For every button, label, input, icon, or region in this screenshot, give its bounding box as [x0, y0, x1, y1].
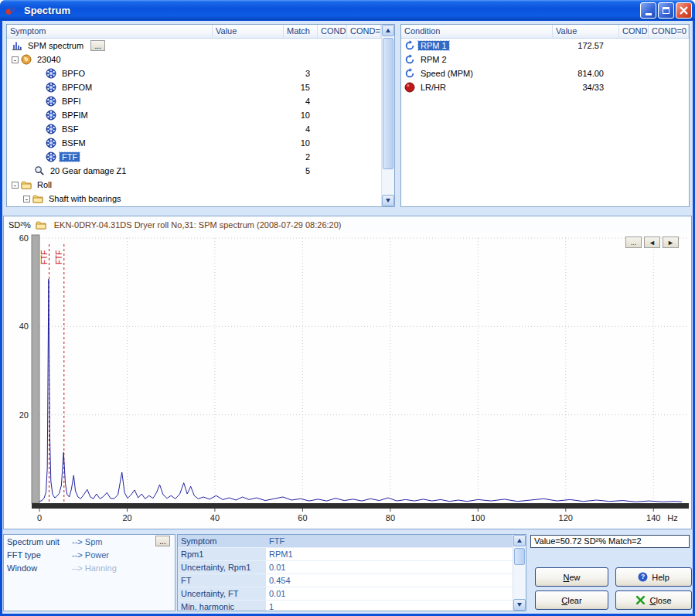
detail-value: FTF: [266, 535, 513, 547]
tree-item-label[interactable]: BPFOM: [60, 83, 94, 92]
column-header-cond[interactable]: COND: [619, 25, 649, 38]
tree-item-label[interactable]: BPFI: [60, 97, 83, 106]
condition-row[interactable]: Speed (MPM) 814.00: [401, 66, 689, 80]
x-tick-label: 40: [210, 513, 220, 522]
setting-label: FFT type: [4, 550, 72, 560]
setting-row[interactable]: FFT type --> Power: [4, 548, 175, 561]
detail-row[interactable]: Uncertainty, Rpm1 0.01: [178, 561, 513, 574]
scrollbar-track[interactable]: [513, 546, 526, 599]
chart-panel: SD²% EKN-0DRY-04.31DS Dryer roll No,31: …: [3, 216, 692, 529]
next-spectrum-button[interactable]: ►: [663, 237, 679, 248]
tree-row[interactable]: BPFOM 15: [7, 80, 381, 94]
condition-label-cell: LR/HR: [401, 82, 553, 93]
detail-scrollbar[interactable]: [513, 535, 526, 611]
spectrum-unit-options-button[interactable]: ...: [155, 536, 170, 546]
condition-item-label[interactable]: RPM 2: [418, 55, 449, 64]
column-header-cond-0[interactable]: COND=0: [347, 25, 381, 38]
column-header-symptom[interactable]: Symptom: [7, 25, 213, 38]
scroll-up-button[interactable]: [513, 535, 526, 546]
new-button[interactable]: New: [535, 567, 608, 587]
tree-label-cell: BPFIM: [7, 110, 213, 121]
tree-item-label[interactable]: SPM spectrum: [26, 41, 86, 50]
tree-item-label[interactable]: FTF: [60, 152, 80, 162]
folder-icon: [32, 193, 43, 204]
tree-item-label[interactable]: BSFM: [60, 138, 88, 148]
column-header-match[interactable]: Match: [284, 25, 318, 38]
tree-item-label[interactable]: Shaft with bearings: [46, 194, 124, 203]
tree-row[interactable]: -Roll: [7, 178, 381, 192]
tree-match-cell: 4: [284, 97, 318, 106]
column-header-value[interactable]: Value: [553, 25, 619, 38]
spectrum-chart-svg[interactable]: 020406080100120140Hz204060FTFFTF: [4, 233, 691, 529]
tree-expander[interactable]: -: [12, 56, 19, 63]
detail-row[interactable]: FT 0.454: [178, 574, 513, 587]
tree-row[interactable]: BSFM 10: [7, 136, 381, 150]
detail-row[interactable]: Min. harmonic 1: [178, 601, 513, 611]
tree-label-cell: BPFOM: [7, 82, 213, 93]
maximize-button[interactable]: [658, 2, 674, 19]
detail-row[interactable]: Symptom FTF: [178, 535, 513, 548]
tree-item-label[interactable]: BSF: [60, 124, 80, 134]
close-button[interactable]: Close: [615, 590, 692, 610]
condition-row[interactable]: LR/HR 34/33: [401, 80, 689, 94]
detail-value: 0.01: [266, 587, 513, 600]
chart-options-button[interactable]: ...: [625, 237, 642, 248]
close-window-button[interactable]: [676, 2, 692, 19]
tree-item-label[interactable]: BPFO: [60, 69, 87, 78]
setting-row[interactable]: Window --> Hanning: [4, 561, 175, 574]
tree-row[interactable]: BPFIM 10: [7, 108, 381, 122]
tree-row[interactable]: 20 Gear damage Z1 5: [7, 164, 381, 178]
setting-row[interactable]: Spectrum unit --> Spm ...: [4, 535, 175, 548]
condition-item-label[interactable]: Speed (MPM): [418, 69, 475, 78]
column-header-cond[interactable]: COND: [318, 25, 347, 38]
setting-label: Window: [4, 563, 72, 573]
tree-label-cell: BPFO: [7, 68, 213, 79]
symptom-scrollbar[interactable]: [381, 25, 394, 206]
condition-label-cell: Speed (MPM): [401, 68, 553, 79]
prev-spectrum-button[interactable]: ◄: [644, 237, 660, 248]
scroll-down-button[interactable]: [382, 195, 394, 206]
tree-row[interactable]: BSF 4: [7, 122, 381, 136]
condition-item-label[interactable]: LR/HR: [418, 83, 448, 92]
condition-value-cell: 814.00: [553, 69, 619, 78]
tree-expander[interactable]: -: [12, 182, 19, 189]
detail-row[interactable]: Uncertainty, FT 0.01: [178, 587, 513, 601]
column-header-condition[interactable]: Condition: [401, 25, 553, 38]
scroll-up-button[interactable]: [382, 25, 394, 36]
condition-row[interactable]: RPM 1 172.57: [401, 39, 689, 53]
column-header-cond-0[interactable]: COND=0: [649, 25, 689, 38]
plot-background: [4, 233, 691, 529]
help-button[interactable]: ?Help: [615, 567, 692, 587]
condition-row[interactable]: RPM 2: [401, 53, 689, 66]
tree-row[interactable]: BPFO 3: [7, 66, 381, 80]
title-bar[interactable]: Spectrum: [0, 0, 695, 20]
tree-item-label[interactable]: Roll: [35, 180, 54, 189]
tree-row[interactable]: -23040: [7, 53, 381, 66]
condition-panel: ConditionValueCONDCOND=0 RPM 1 172.57 RP…: [400, 24, 690, 207]
scrollbar-thumb[interactable]: [383, 38, 393, 169]
detail-value: 1: [266, 601, 513, 611]
minimize-button[interactable]: [640, 2, 656, 19]
tree-item-label[interactable]: 23040: [35, 55, 63, 64]
tree-item-label[interactable]: 20 Gear damage Z1: [48, 166, 128, 175]
scrollbar-thumb[interactable]: [514, 548, 525, 565]
tree-row[interactable]: FTF 2: [7, 150, 381, 164]
tree-label-cell: BPFI: [7, 96, 213, 107]
tree-item-label[interactable]: BPFIM: [60, 111, 90, 120]
column-header-value[interactable]: Value: [213, 25, 284, 38]
condition-item-label[interactable]: RPM 1: [418, 41, 449, 50]
scroll-down-button[interactable]: [513, 599, 526, 611]
tree-row[interactable]: -Shaft with bearings: [7, 192, 381, 206]
tree-row[interactable]: BPFI 4: [7, 94, 381, 108]
new-button-label: New: [563, 573, 580, 582]
tree-row[interactable]: SPM spectrum...: [7, 39, 381, 53]
x-tick-label: 0: [37, 513, 42, 522]
minimize-icon: [646, 13, 652, 15]
tree-expander[interactable]: -: [23, 196, 30, 202]
detail-row[interactable]: Rpm1 RPM1: [178, 548, 513, 561]
symptom-options-button[interactable]: ...: [90, 40, 105, 51]
clear-button[interactable]: Clear: [535, 590, 608, 610]
x-axis-unit: Hz: [667, 513, 677, 522]
symptom-detail-rows: Symptom FTF Rpm1 RPM1 Uncertainty, Rpm1 …: [178, 535, 513, 611]
scrollbar-track[interactable]: [382, 36, 394, 195]
